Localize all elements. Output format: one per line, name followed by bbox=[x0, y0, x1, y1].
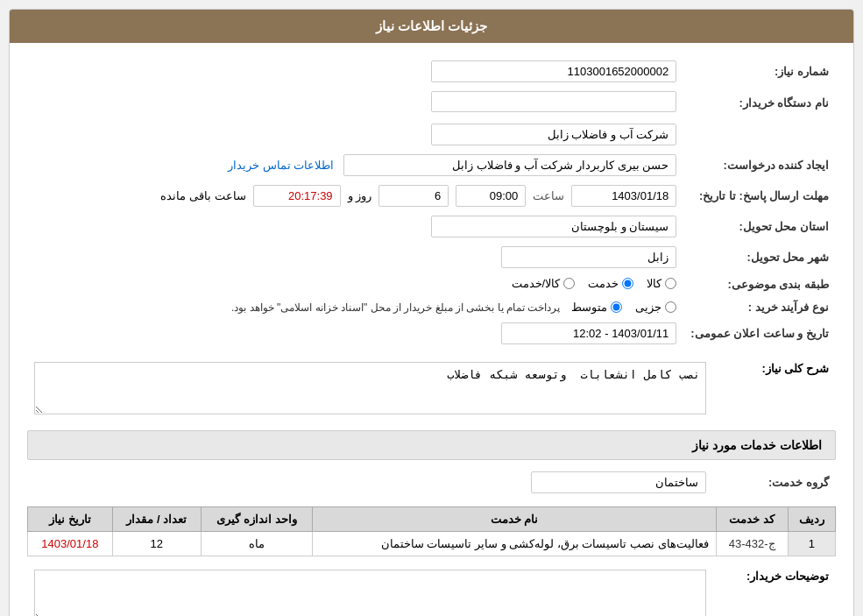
mohlat-baqi-mande: 20:17:39 bbox=[253, 185, 341, 207]
table-row: 1 ج-432-43 فعالیت‌های نصب تاسیسات برق، ل… bbox=[28, 532, 836, 556]
nam-dastgah-label: نام دستگاه خریدار: bbox=[683, 87, 836, 119]
ijad-konande-value: حسن بیری کاربردار شرکت آب و فاضلاب زابل bbox=[343, 154, 676, 176]
tabaghe-radio-group: کالا خدمت کالا/خدمت bbox=[512, 277, 677, 290]
shahr-label: شهر محل تحویل: bbox=[683, 242, 836, 273]
cell-vahad: ماه bbox=[201, 532, 312, 556]
ijad-konande-label: ایجاد کننده درخواست: bbox=[683, 150, 836, 181]
ostan-label: استان محل تحویل: bbox=[683, 211, 836, 242]
col-nam: نام خدمت bbox=[313, 507, 716, 532]
ettelaat-tamas-link[interactable]: اطلاعات تماس خریدار bbox=[228, 159, 334, 172]
radio-khedmat[interactable]: خدمت bbox=[588, 277, 633, 290]
tabaghe-label: طبقه بندی موضوعی: bbox=[683, 273, 836, 296]
cell-kod: ج-432-43 bbox=[716, 532, 788, 556]
radio-jozi[interactable]: جزیی bbox=[635, 301, 676, 314]
radio-motevaset[interactable]: متوسط bbox=[571, 301, 622, 314]
cell-tedad: 12 bbox=[112, 532, 201, 556]
services-table: ردیف کد خدمت نام خدمت واحد اندازه گیری ت… bbox=[27, 506, 836, 556]
cell-nam: فعالیت‌های نصب تاسیسات برق، لوله‌کشی و س… bbox=[313, 532, 716, 556]
cell-radif: 1 bbox=[788, 532, 835, 556]
sharh-label: شرح کلی نیاز: bbox=[713, 358, 836, 421]
mohlat-label: مهلت ارسال پاسخ: تا تاریخ: bbox=[683, 181, 836, 211]
mohlat-rooz: 6 bbox=[378, 185, 449, 207]
tarikh-aalan-label: تاریخ و ساعت اعلان عمومی: bbox=[683, 318, 836, 349]
ostan-value: سیستان و بلوچستان bbox=[431, 216, 676, 237]
shomara-niaz-label: شماره نیاز: bbox=[683, 56, 836, 87]
noe-farayand-label: نوع فرآیند خرید : bbox=[683, 296, 836, 318]
rooz-label: روز و bbox=[348, 189, 372, 202]
noe-radio-group: جزیی متوسط bbox=[571, 301, 676, 314]
buyer-desc-label: توضیحات خریدار: bbox=[713, 565, 836, 616]
sharh-niaz-textarea[interactable] bbox=[34, 362, 706, 414]
mohlat-date: 1403/01/18 bbox=[571, 185, 676, 207]
nam-dastgah-value bbox=[431, 91, 676, 112]
col-vahad: واحد اندازه گیری bbox=[201, 507, 312, 532]
tarikh-aalan-value: 1403/01/11 - 12:02 bbox=[501, 322, 676, 344]
col-tarikh: تاریخ نیاز bbox=[28, 507, 113, 532]
radio-kala[interactable]: کالا bbox=[647, 277, 676, 290]
goroh-khedmat-value: ساختمان bbox=[531, 471, 706, 493]
mohlat-time: 09:00 bbox=[456, 185, 526, 207]
process-note: پرداخت تمام یا بخشی از مبلغ خریدار از مح… bbox=[231, 301, 560, 314]
saaat-baqi-label: ساعت باقی مانده bbox=[160, 189, 245, 202]
cell-tarikh: 1403/01/18 bbox=[28, 532, 113, 556]
saaat-label-static: ساعت bbox=[533, 189, 564, 202]
shahr-value: زابل bbox=[501, 246, 676, 268]
col-tedad: تعداد / مقدار bbox=[112, 507, 201, 532]
radio-kala-khedmat[interactable]: کالا/خدمت bbox=[512, 277, 576, 290]
col-radif: ردیف bbox=[788, 507, 835, 532]
buyer-desc-textarea[interactable] bbox=[34, 570, 706, 616]
services-section-header: اطلاعات خدمات مورد نیاز bbox=[27, 430, 836, 460]
sherkat-value: شرکت آب و فاضلاب زابل bbox=[431, 124, 676, 145]
goroh-khedmat-label: گروه خدمت: bbox=[713, 467, 836, 498]
col-kod: کد خدمت bbox=[716, 507, 788, 532]
page-title: جزئیات اطلاعات نیاز bbox=[10, 10, 853, 43]
sherkat-label bbox=[683, 119, 836, 150]
shomara-niaz-value: 1103001652000002 bbox=[431, 60, 676, 82]
